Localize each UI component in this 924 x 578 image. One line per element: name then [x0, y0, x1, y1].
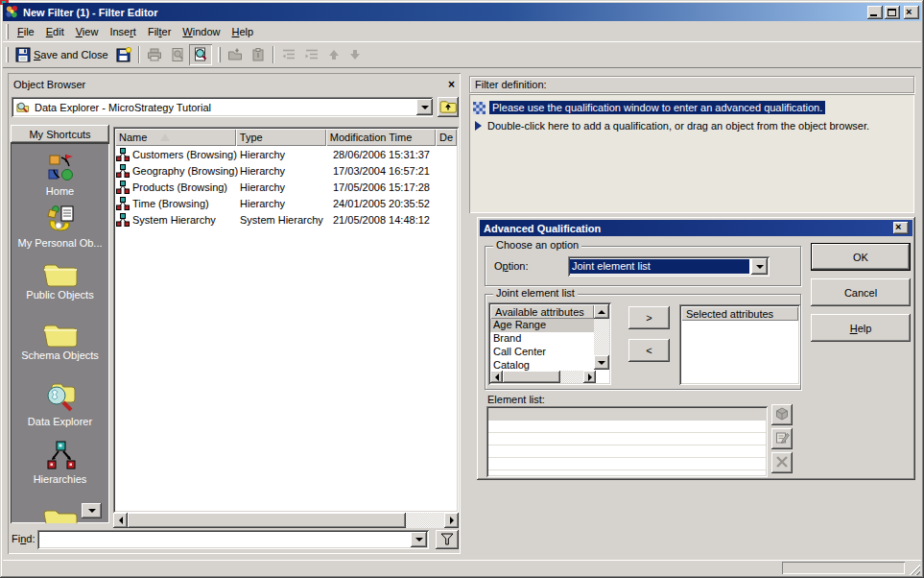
add-qualification-line[interactable]: Double-click here to add a qualification…: [475, 120, 869, 132]
find-filter-button[interactable]: [436, 530, 459, 549]
menu-grip-handle[interactable]: [6, 24, 9, 39]
menu-view[interactable]: View: [70, 23, 105, 40]
shortcut-bar-scroll-down-button[interactable]: [82, 503, 102, 518]
menu-file[interactable]: File: [12, 23, 40, 40]
dialog-close-button[interactable]: ×: [893, 222, 909, 234]
print-preview-icon: [170, 47, 185, 62]
indent-button[interactable]: [277, 44, 300, 65]
table-row[interactable]: Geography (Browsing) Hierarchy 17/03/200…: [115, 162, 457, 179]
add-element-button[interactable]: [771, 404, 793, 425]
outdent-button[interactable]: [300, 44, 323, 65]
list-item[interactable]: Age Range: [490, 319, 594, 332]
element-list-selected-row[interactable]: [488, 408, 766, 421]
sidebar-item-my-personal-objects[interactable]: My Personal Ob...: [11, 203, 109, 249]
scroll-right-button[interactable]: [444, 513, 459, 528]
indent-icon: [281, 47, 296, 62]
available-hscrollbar[interactable]: [490, 371, 596, 383]
printer-icon: [147, 47, 162, 62]
scroll-left-button[interactable]: [490, 371, 503, 383]
object-list-hscrollbar[interactable]: [113, 513, 459, 528]
edit-element-button[interactable]: [771, 428, 793, 449]
selected-attributes-list[interactable]: Selected attributes: [679, 304, 800, 385]
sidebar-item-hierarchies[interactable]: Hierarchies: [11, 439, 109, 485]
list-item[interactable]: Brand: [490, 332, 594, 346]
move-right-button[interactable]: >: [628, 306, 670, 329]
available-attributes-header[interactable]: Available attributes: [490, 304, 594, 319]
resize-grip[interactable]: [908, 563, 920, 575]
print-preview-button[interactable]: [166, 44, 189, 65]
delete-element-button[interactable]: [771, 452, 793, 473]
hierarchy-icon: [116, 181, 130, 194]
help-button[interactable]: Help: [811, 314, 911, 342]
table-row[interactable]: Products (Browsing) Hierarchy 17/05/2006…: [115, 179, 457, 195]
microstrategy-logo-icon: [5, 5, 19, 19]
available-attributes-list[interactable]: Available attributes Age Range Brand Cal…: [488, 302, 611, 385]
menu-filter[interactable]: Filter: [142, 23, 177, 40]
available-vscrollbar-track[interactable]: [594, 319, 609, 355]
find-combo[interactable]: [37, 530, 429, 549]
ok-button[interactable]: OK: [811, 243, 911, 271]
folder-combo-dropdown-button[interactable]: [416, 99, 433, 115]
object-browser-close-icon[interactable]: ×: [448, 79, 455, 90]
chevron-down-icon: [756, 265, 764, 269]
table-row[interactable]: System Hierarchy System Hierarchy 21/05/…: [115, 211, 457, 228]
maximize-button[interactable]: [885, 6, 900, 19]
cancel-button[interactable]: Cancel: [811, 278, 911, 306]
list-item[interactable]: Call Center: [490, 346, 594, 359]
toolbar-grip-handle[interactable]: [6, 47, 9, 62]
toolbar-grip-handle-2[interactable]: [218, 47, 221, 62]
option-combo-dropdown-button[interactable]: [751, 258, 768, 275]
option-combo-value: Joint element list: [570, 259, 749, 274]
qualification-line[interactable]: Please use the qualification window to e…: [473, 101, 825, 114]
selected-attributes-header[interactable]: Selected attributes: [681, 306, 798, 321]
element-list-row[interactable]: [488, 421, 766, 433]
funnel-icon: [439, 532, 455, 545]
minimize-button[interactable]: [867, 6, 883, 19]
my-shortcuts-header-button[interactable]: My Shortcuts: [11, 125, 109, 143]
table-row[interactable]: Customers (Browsing) Hierarchy 28/06/200…: [115, 146, 457, 162]
option-combo[interactable]: Joint element list: [568, 256, 770, 277]
find-dropdown-button[interactable]: [411, 532, 427, 547]
table-row[interactable]: Time (Browsing) Hierarchy 24/01/2005 20:…: [115, 195, 457, 211]
close-button[interactable]: ×: [904, 6, 919, 19]
save-and-close-button[interactable]: Save and Close: [12, 44, 112, 65]
element-list-row[interactable]: [488, 446, 766, 458]
print-button[interactable]: [143, 44, 166, 65]
chevron-left-icon: [119, 517, 123, 524]
menu-edit[interactable]: Edit: [40, 23, 70, 40]
hscrollbar-thumb[interactable]: [128, 513, 406, 528]
move-up-button[interactable]: [323, 44, 344, 65]
toolbar-disabled-button-2[interactable]: [247, 44, 270, 65]
move-left-button[interactable]: <: [628, 339, 670, 362]
hscrollbar-thumb[interactable]: [503, 371, 560, 383]
save-as-button[interactable]: [112, 44, 135, 65]
sidebar-item-public-objects[interactable]: Public Objects: [11, 260, 109, 301]
column-header-description[interactable]: De: [436, 129, 457, 146]
scroll-left-button[interactable]: [113, 513, 128, 528]
element-list-row[interactable]: [488, 458, 766, 470]
sidebar-item-data-explorer-label: Data Explorer: [11, 416, 109, 427]
sidebar-item-data-explorer[interactable]: Data Explorer: [11, 379, 109, 427]
menu-insert[interactable]: Insert: [104, 23, 142, 40]
element-list-row[interactable]: [488, 433, 766, 446]
chevron-down-icon: [598, 361, 605, 365]
sidebar-item-home[interactable]: Home: [11, 151, 109, 197]
sidebar-item-schema-objects[interactable]: Schema Objects: [11, 321, 109, 361]
sidebar-item-partial-folder-icon: [41, 506, 80, 523]
column-header-type[interactable]: Type: [236, 129, 326, 146]
element-list[interactable]: [486, 406, 768, 477]
move-down-button[interactable]: [344, 44, 366, 65]
scroll-right-button[interactable]: [583, 371, 596, 383]
column-header-modification-time[interactable]: Modification Time: [326, 129, 436, 146]
column-header-name[interactable]: Name: [115, 129, 236, 146]
delete-x-icon: [774, 454, 790, 470]
up-one-level-button[interactable]: [438, 97, 459, 117]
toolbar-disabled-button-1[interactable]: [224, 44, 247, 65]
scroll-up-button[interactable]: [594, 304, 609, 319]
filter-definition-area[interactable]: Please use the qualification window to e…: [469, 94, 914, 213]
scroll-down-button[interactable]: [594, 355, 609, 370]
folder-combo[interactable]: Data Explorer - MicroStrategy Tutorial: [12, 97, 433, 117]
menu-window[interactable]: Window: [177, 23, 225, 40]
menu-help[interactable]: Help: [226, 23, 260, 40]
find-in-browser-button[interactable]: [189, 44, 212, 65]
